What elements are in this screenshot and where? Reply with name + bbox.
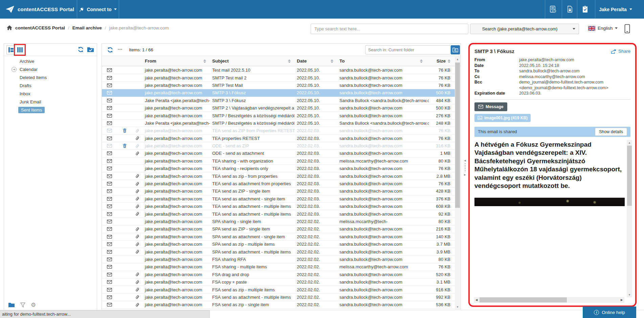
user-menu[interactable]: Jake Peralta [599, 0, 632, 19]
email-row[interactable]: jake.peralta@tech-arrow.com TEA properti… [102, 135, 455, 142]
email-row[interactable]: jake.peralta@tech-arrow.com SPA send as … [102, 225, 455, 233]
scroll-up-icon[interactable]: ▲ [627, 140, 632, 145]
cell-size: 428 KB [429, 189, 450, 194]
email-row[interactable]: jake.peralta@tech-arrow.com FSA send as … [102, 286, 455, 293]
email-row[interactable]: jake.peralta@tech-arrow.com TEA send as … [102, 195, 455, 203]
email-row[interactable]: Jake Peralta <jake.peralta@tech- SMTP / … [102, 120, 455, 127]
search-scope-dropdown[interactable] [569, 24, 579, 34]
scroll-down-icon[interactable]: ▼ [627, 292, 632, 297]
email-row[interactable]: jake.peralta@tech-arrow.com TEA sharing … [102, 157, 455, 165]
email-row[interactable]: jake.peralta@tech-arrow.com ODE - send a… [102, 142, 455, 150]
email-row[interactable]: jake.peralta@tech-arrow.com SMTP Test ma… [102, 74, 455, 81]
cell-to: sandra.bullock@tech-arrow.com [339, 166, 429, 171]
scroll-left-icon[interactable]: ◀ [474, 297, 479, 303]
email-row[interactable]: jake.peralta@tech-arrow.com SPA send as … [102, 233, 455, 241]
connect-to-menu[interactable]: Connect to [77, 0, 119, 19]
column-view-toggle[interactable] [15, 45, 24, 54]
scroll-right-icon[interactable]: ▶ [619, 297, 624, 303]
refresh-list-icon[interactable] [107, 47, 113, 53]
approval-tasks-button[interactable] [577, 0, 593, 19]
scrollbar-thumb[interactable] [455, 63, 460, 208]
sidebar-item-junk-email[interactable]: ➔ Junk Email [4, 98, 97, 106]
mobile-phone-icon [624, 24, 630, 33]
gear-icon[interactable]: ⚙ [31, 302, 36, 308]
sidebar-item-inbox[interactable]: ➔ Inbox [4, 90, 97, 98]
email-row[interactable]: jake.peralta@tech-arrow.com SPA send as … [102, 248, 455, 255]
mobile-view-button[interactable] [624, 24, 630, 33]
email-row[interactable]: jake.peralta@tech-arrow.com SPA sharing … [102, 218, 455, 225]
folder-icon[interactable] [8, 302, 15, 308]
search-in-folder-button[interactable] [451, 45, 460, 54]
home-icon[interactable] [7, 25, 12, 30]
email-row[interactable]: jake.peralta@tech-arrow.com Test mail 20… [102, 67, 455, 74]
email-row[interactable]: jake.peralta@tech-arrow.com TEA send as … [102, 180, 455, 188]
sidebar-item-drafts[interactable]: ➔ Drafts [4, 81, 97, 90]
sidebar-item-archive[interactable]: ➔ Archive [4, 57, 97, 65]
email-row[interactable]: jake.peralta@tech-arrow.com SMTP / Beszé… [102, 112, 455, 119]
scrollbar-thumb[interactable] [627, 146, 632, 206]
drag-handle[interactable] [465, 163, 466, 172]
email-row[interactable]: jake.peralta@tech-arrow.com ODE - send a… [102, 150, 455, 157]
email-row[interactable]: jake.peralta@tech-arrow.com FSA sharing … [102, 263, 455, 271]
email-row[interactable]: jake.peralta@tech-arrow.com TEA send as … [102, 188, 455, 195]
language-selector[interactable]: English [588, 26, 618, 31]
goto-folder-icon[interactable]: ➔ [12, 67, 17, 72]
attachment-chip[interactable]: image001.jpg (419 KB) [474, 114, 531, 122]
preview-vertical-scrollbar[interactable]: ▲ ▼ [627, 140, 632, 297]
breadcrumb-item-portal[interactable]: contentACCESS Portal [15, 25, 65, 30]
email-row[interactable]: jake.peralta@tech-arrow.com FSA sharing … [102, 256, 455, 263]
cell-to: sandra.bullock@tech-arrow.com [339, 302, 429, 307]
email-row[interactable]: jake.peralta@tech-arrow.com FSA copy + p… [102, 278, 455, 286]
panel-splitter[interactable]: ◄ ► [462, 159, 468, 176]
column-header-to[interactable]: To [339, 58, 429, 64]
email-row[interactable]: jake.peralta@tech-arrow.com FSA drag and… [102, 271, 455, 278]
collapse-right-icon[interactable]: ► [464, 173, 467, 176]
email-row[interactable]: jake.peralta@tech-arrow.com SPA send as … [102, 241, 455, 248]
email-row[interactable]: jake.peralta@tech-arrow.com SMTP Test Ma… [102, 82, 455, 89]
column-header-subject[interactable]: Subject [212, 58, 297, 64]
show-details-button[interactable]: Show details [595, 128, 627, 136]
list-scrollbar[interactable]: ▲ ▼ [455, 56, 460, 310]
email-row[interactable]: jake.peralta@tech-arrow.com TEA send as … [102, 127, 455, 134]
app-logo[interactable]: contentACCESS Portal [5, 0, 74, 19]
email-row[interactable]: Jake Peralta <jake.peralta@tech- SMTP 3 … [102, 97, 455, 104]
envelope-icon [107, 189, 112, 193]
filter-icon[interactable] [20, 302, 25, 308]
cell-to: sandra.bullock@tech-arrow.com [339, 204, 429, 209]
select-folder-icon[interactable] [87, 47, 94, 52]
email-row[interactable]: jake.peralta@tech-arrow.com SMTP 2 \ Vaj… [102, 104, 455, 112]
search-in-folder-input[interactable] [365, 45, 450, 54]
search-button[interactable]: Search (jake.peralta@tech-arrow.com) [470, 24, 570, 34]
preview-horizontal-scrollbar[interactable]: ◀ ▶ [474, 297, 624, 303]
scroll-up-icon[interactable]: ▲ [455, 56, 460, 62]
legal-hold-button[interactable] [562, 0, 578, 19]
collapse-left-icon[interactable]: ◄ [464, 159, 467, 162]
sidebar-item-calendar[interactable]: ➔ Calendar [4, 65, 97, 73]
search-input[interactable] [311, 24, 468, 34]
trash-icon [123, 144, 127, 148]
column-header-from[interactable]: From [142, 58, 212, 64]
cell-subject: SMTP 3 \ Fókusz [212, 90, 297, 95]
tasks-log-button[interactable] [545, 0, 561, 19]
sidebar-item-deleted-items[interactable]: ➔ Deleted Items [4, 73, 97, 81]
column-header-date[interactable]: Date [297, 58, 339, 64]
email-row[interactable]: jake.peralta@tech-arrow.com TEA send as … [102, 172, 455, 180]
email-row[interactable]: jake.peralta@tech-arrow.com FSA send as … [102, 301, 455, 309]
share-button[interactable]: Share [611, 49, 630, 54]
refresh-folders-icon[interactable] [77, 46, 84, 53]
sidebar-item-sent-items[interactable]: ➔ Sent Items [4, 106, 97, 114]
online-help-button[interactable]: i Online help [583, 307, 636, 318]
more-actions-button[interactable]: … [117, 45, 123, 51]
message-tab-button[interactable]: Message [474, 102, 507, 111]
breadcrumb-item-email-archive[interactable]: Email archive [72, 25, 102, 30]
tree-view-toggle[interactable] [6, 45, 16, 54]
scroll-down-icon[interactable]: ▼ [455, 304, 460, 310]
email-row[interactable]: jake.peralta@tech-arrow.com TEA send as … [102, 203, 455, 210]
email-row[interactable]: jake.peralta@tech-arrow.com FSA send as … [102, 294, 455, 301]
email-row[interactable]: jake.peralta@tech-arrow.com SMTP 3 \ Fók… [102, 89, 455, 97]
email-row[interactable]: jake.peralta@tech-arrow.com TEA sharing … [102, 165, 455, 172]
email-row[interactable]: jake.peralta@tech-arrow.com TEA send as … [102, 210, 455, 218]
column-header-size[interactable]: Size [429, 58, 450, 64]
scrollbar-thumb[interactable] [480, 297, 567, 302]
cell-to: sandra.bullock@tech-arrow.com [339, 287, 429, 292]
